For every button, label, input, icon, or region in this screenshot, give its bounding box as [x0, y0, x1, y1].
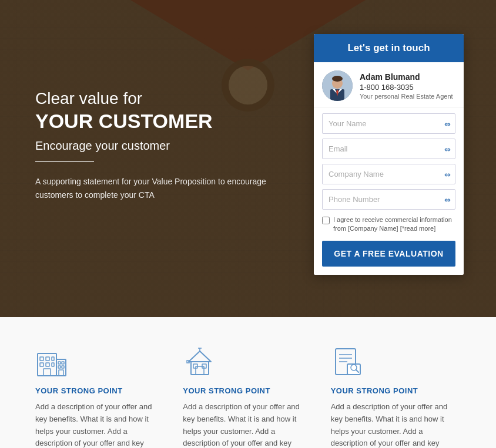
hero-content: Clear value for YOUR CUSTOMER Encourage … [35, 88, 282, 201]
svg-rect-17 [62, 362, 64, 364]
svg-rect-9 [46, 357, 49, 361]
feature-item-3: YOUR STRONG POINT Add a description of y… [331, 346, 461, 448]
hero-supporting-text: A supporting statement for your Value Pr… [35, 175, 282, 201]
feature-title-3: YOUR STRONG POINT [331, 386, 461, 395]
contact-form: ⇔ ⇔ ⇔ ⇔ I agree to receive commercial in… [314, 107, 464, 275]
building-icon [35, 346, 69, 377]
company-field-icon: ⇔ [444, 170, 451, 178]
email-field-icon: ⇔ [444, 144, 451, 153]
svg-rect-20 [59, 370, 63, 376]
feature-item-2: YOUR STRONG POINT Add a description of y… [183, 346, 313, 448]
consent-text: I agree to receive commercial informatio… [333, 215, 455, 234]
features-section: YOUR STRONG POINT Add a description of y… [0, 317, 496, 448]
agent-avatar [322, 70, 353, 101]
feature-desc-1: Add a description of your offer and key … [35, 401, 165, 448]
svg-rect-16 [58, 362, 61, 364]
consent-row: I agree to receive commercial informatio… [322, 215, 455, 234]
company-field-wrapper: ⇔ [322, 164, 455, 184]
phone-field-icon: ⇔ [444, 195, 451, 204]
house-icon [183, 346, 217, 377]
svg-rect-18 [58, 366, 61, 368]
hero-divider [35, 161, 94, 162]
agent-details: Adam Blumand 1-800 168-3035 Your persona… [360, 72, 453, 100]
svg-rect-12 [46, 363, 49, 366]
hero-headline: YOUR CUSTOMER [35, 109, 282, 133]
name-field-icon: ⇔ [444, 119, 451, 128]
svg-rect-33 [347, 364, 360, 375]
svg-point-6 [332, 76, 343, 82]
feature-item-1: YOUR STRONG POINT Add a description of y… [35, 346, 165, 448]
svg-rect-23 [196, 366, 204, 375]
svg-rect-14 [43, 369, 51, 376]
consent-checkbox[interactable] [322, 217, 330, 224]
company-input[interactable] [322, 164, 455, 184]
svg-rect-8 [40, 357, 43, 361]
hero-section: Clear value for YOUR CUSTOMER Encourage … [0, 0, 496, 317]
feature-desc-2: Add a description of your offer and key … [183, 401, 313, 448]
agent-name: Adam Blumand [360, 72, 453, 82]
feature-desc-3: Add a description of your offer and key … [331, 401, 461, 448]
svg-rect-13 [52, 363, 54, 366]
contact-card-header: Let's get in touch [314, 34, 464, 62]
feature-title-1: YOUR STRONG POINT [35, 386, 165, 395]
phone-field-wrapper: ⇔ [322, 189, 455, 210]
feature-title-2: YOUR STRONG POINT [183, 386, 313, 395]
email-input[interactable] [322, 139, 455, 159]
hero-subheadline: Encourage your customer [35, 139, 282, 153]
agent-title: Your personal Real Estate Agent [360, 93, 453, 100]
name-input[interactable] [322, 113, 455, 134]
svg-rect-19 [62, 366, 64, 368]
cta-button[interactable]: GET A FREE EVALUATION [322, 241, 455, 267]
svg-rect-10 [52, 357, 54, 361]
agent-info-row: Adam Blumand 1-800 168-3035 Your persona… [314, 62, 464, 107]
agent-phone: 1-800 168-3035 [360, 83, 453, 92]
name-field-wrapper: ⇔ [322, 113, 455, 134]
svg-marker-21 [189, 351, 211, 362]
hero-intro: Clear value for [35, 88, 282, 109]
svg-rect-11 [40, 363, 43, 366]
email-field-wrapper: ⇔ [322, 139, 455, 159]
document-icon [331, 346, 365, 377]
phone-input[interactable] [322, 189, 455, 210]
contact-card: Let's get in touch [314, 34, 464, 275]
